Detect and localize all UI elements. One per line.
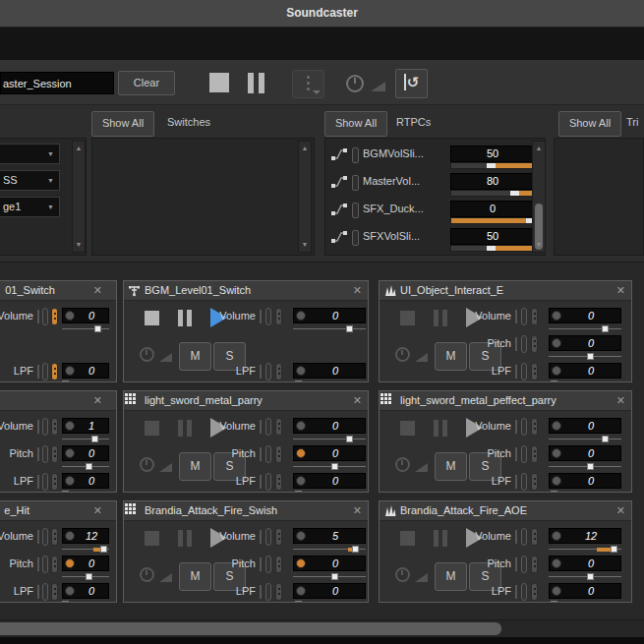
knob-icon[interactable]	[296, 421, 306, 431]
scroll-down-icon[interactable]: ▼	[533, 240, 545, 250]
param-slider[interactable]	[293, 436, 366, 443]
param-slider[interactable]	[549, 325, 621, 333]
slider-handle[interactable]	[602, 325, 609, 332]
param-slider[interactable]	[62, 491, 109, 493]
knob-icon[interactable]	[296, 366, 306, 376]
slider-handle[interactable]	[487, 246, 496, 251]
knob-icon[interactable]	[65, 311, 75, 321]
slider-handle[interactable]	[587, 353, 594, 360]
param-slider[interactable]	[549, 436, 621, 443]
scroll-down-icon[interactable]: ▼	[73, 240, 85, 250]
rtpc-value[interactable]: 50	[450, 146, 535, 162]
knob-icon[interactable]	[65, 366, 75, 376]
param-value-box[interactable]: 0	[549, 335, 621, 351]
state-dropdown-1[interactable]: ▼	[0, 144, 60, 164]
slider-handle[interactable]	[487, 163, 496, 168]
param-value-box[interactable]: 0	[62, 583, 109, 599]
param-value-box[interactable]: 0	[293, 583, 366, 599]
param-value-box[interactable]: 0	[549, 556, 621, 571]
session-name-field[interactable]	[0, 72, 114, 94]
options-menu-button[interactable]	[292, 70, 324, 98]
rtpc-slider[interactable]	[450, 217, 535, 224]
slider-handle[interactable]	[551, 601, 557, 603]
rtpc-value[interactable]: 0	[450, 201, 535, 217]
param-value-box[interactable]: 0	[549, 583, 621, 599]
knob-icon[interactable]	[65, 448, 75, 458]
param-value-box[interactable]: 0	[293, 556, 366, 571]
scroll-up-icon[interactable]: ▲	[533, 144, 545, 153]
knob-icon[interactable]	[296, 311, 306, 321]
param-value-box[interactable]: 0	[549, 418, 621, 434]
slider-handle[interactable]	[331, 573, 338, 580]
slider-handle[interactable]	[611, 546, 617, 553]
close-icon[interactable]: ✕	[616, 504, 625, 516]
knob-icon[interactable]	[65, 421, 75, 431]
slider-handle[interactable]	[331, 463, 338, 470]
knob-icon[interactable]	[296, 558, 306, 568]
close-icon[interactable]: ✕	[93, 284, 102, 296]
close-icon[interactable]: ✕	[93, 504, 102, 516]
slider-handle[interactable]	[62, 381, 69, 382]
slider-handle[interactable]	[91, 436, 98, 442]
close-icon[interactable]: ✕	[616, 284, 625, 296]
rtpcs-scrollbar[interactable]: ▲ ▼	[532, 141, 546, 253]
slider-handle[interactable]	[346, 436, 353, 442]
slider-handle[interactable]	[295, 601, 302, 603]
knob-icon[interactable]	[552, 338, 561, 348]
knob-icon[interactable]	[552, 531, 561, 541]
knob-icon[interactable]	[65, 476, 75, 486]
state-dropdown-3[interactable]: ge1▼	[0, 197, 60, 217]
slider-handle[interactable]	[587, 463, 594, 470]
stop-icon[interactable]	[209, 73, 229, 92]
knob-icon[interactable]	[552, 311, 561, 321]
param-slider[interactable]	[293, 463, 366, 471]
param-slider[interactable]	[62, 463, 109, 471]
param-value-box[interactable]: 0	[549, 445, 621, 461]
show-all-rtpcs-button[interactable]: Show All	[324, 111, 387, 137]
scroll-up-icon[interactable]: ▲	[299, 144, 311, 153]
param-value-box[interactable]: 0	[549, 473, 621, 489]
knob-icon[interactable]	[296, 448, 306, 458]
param-value-box[interactable]: 0	[62, 556, 109, 571]
close-icon[interactable]: ✕	[353, 284, 362, 296]
knob-icon[interactable]	[552, 421, 561, 431]
param-slider[interactable]	[293, 573, 366, 581]
states-scrollbar[interactable]: ▲ ▼	[72, 141, 86, 253]
slider-handle[interactable]	[295, 491, 302, 493]
close-icon[interactable]: ✕	[616, 394, 625, 406]
ramp-icon[interactable]	[371, 82, 385, 91]
param-value-box[interactable]: 0	[293, 418, 366, 434]
param-slider[interactable]	[62, 573, 109, 581]
param-value-box[interactable]: 0	[293, 308, 366, 323]
slider-handle[interactable]	[86, 463, 92, 470]
param-slider[interactable]	[549, 601, 621, 603]
scroll-up-icon[interactable]: ▲	[73, 144, 85, 153]
param-slider[interactable]	[293, 546, 366, 554]
knob-icon[interactable]	[296, 531, 306, 541]
close-icon[interactable]: ✕	[93, 394, 102, 406]
close-icon[interactable]: ✕	[353, 394, 362, 406]
param-slider[interactable]	[62, 436, 109, 443]
param-value-box[interactable]: 0	[62, 363, 109, 379]
param-value-box[interactable]: 0	[549, 363, 621, 379]
slider-handle[interactable]	[352, 546, 359, 553]
slider-handle[interactable]	[346, 325, 353, 332]
knob-icon[interactable]	[65, 586, 75, 596]
reset-all-button[interactable]: ↺	[395, 69, 428, 98]
slider-handle[interactable]	[100, 546, 107, 553]
close-icon[interactable]: ✕	[353, 504, 362, 516]
param-slider[interactable]	[293, 601, 366, 603]
param-value-box[interactable]: 0	[62, 308, 109, 323]
slider-handle[interactable]	[510, 191, 519, 196]
switches-scrollbar[interactable]: ▲ ▼	[298, 141, 312, 253]
clear-button[interactable]: Clear	[118, 71, 175, 95]
param-slider[interactable]	[62, 381, 109, 382]
slider-handle[interactable]	[94, 325, 101, 332]
param-value-box[interactable]: 12	[549, 528, 621, 544]
param-slider[interactable]	[549, 573, 621, 581]
param-value-box[interactable]: 5	[293, 528, 366, 544]
slider-handle[interactable]	[602, 436, 609, 442]
knob-icon[interactable]	[552, 558, 561, 568]
param-slider[interactable]	[293, 325, 366, 333]
horizontal-scrollbar[interactable]	[0, 619, 644, 638]
